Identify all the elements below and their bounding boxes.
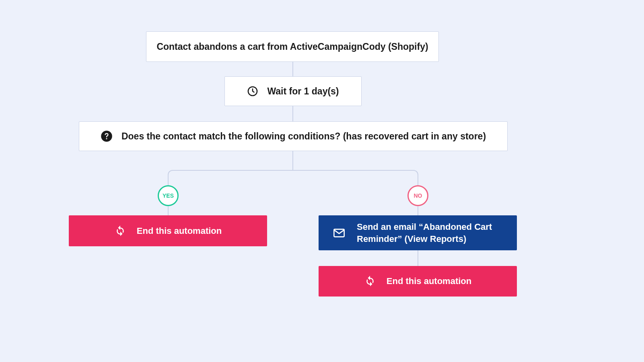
trigger-label: Contact abandons a cart from ActiveCampa… [156,41,428,52]
clock-icon [247,86,258,97]
envelope-icon [333,227,346,239]
yes-pill: YES [158,185,179,206]
connector-line [292,62,293,76]
end-automation-yes-label: End this automation [137,226,222,236]
wait-label: Wait for 1 day(s) [267,86,339,97]
end-automation-yes[interactable]: End this automation [69,215,267,246]
send-email-label: Send an email “Abandoned Cart Reminder” … [357,221,510,245]
svg-point-2 [106,138,107,139]
no-pill: NO [407,185,428,206]
question-icon [101,130,113,142]
wait-node[interactable]: Wait for 1 day(s) [224,76,362,106]
yes-pill-label: YES [163,192,174,199]
end-automation-no-label: End this automation [387,276,471,286]
connector-line [292,151,293,170]
sync-icon [364,275,376,287]
connector-line [418,250,418,266]
connector-line [292,106,293,121]
condition-label: Does the contact match the following con… [121,131,486,142]
no-pill-label: NO [414,192,422,199]
end-automation-no[interactable]: End this automation [319,266,517,297]
connector-corner [168,170,174,176]
sync-icon [114,225,126,237]
condition-node[interactable]: Does the contact match the following con… [79,121,508,151]
connector-branch [173,170,414,171]
send-email-node[interactable]: Send an email “Abandoned Cart Reminder” … [319,215,517,250]
trigger-node[interactable]: Contact abandons a cart from ActiveCampa… [146,31,439,62]
